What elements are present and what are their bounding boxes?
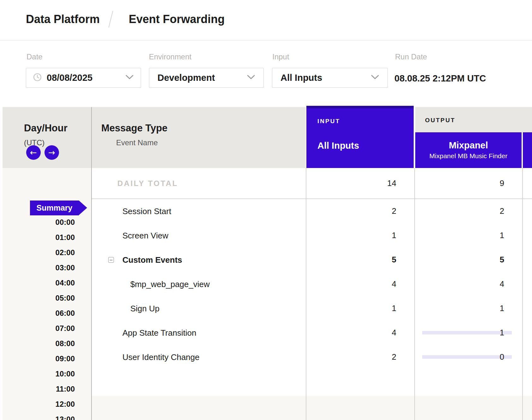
arrow-right-icon: →	[48, 148, 55, 157]
chevron-down-icon	[247, 75, 255, 81]
hour-item[interactable]: 02:00	[3, 245, 91, 260]
column-separator	[522, 168, 523, 420]
hour-item[interactable]: 09:00	[3, 351, 91, 366]
event-label: Session Start	[92, 207, 306, 216]
event-forwarding-screen: Data Platform Event Forwarding Date Envi…	[0, 0, 532, 420]
input-cell: 4	[306, 279, 415, 289]
output-cell: 1	[415, 231, 523, 240]
hour-item[interactable]: 05:00	[3, 291, 91, 306]
table-row: Screen View 1 1	[92, 223, 532, 248]
input-cell: 2	[306, 206, 415, 216]
hour-item[interactable]: 06:00	[3, 306, 91, 321]
run-date-label: Run Date	[395, 53, 427, 61]
collapse-expander-button[interactable]: −	[108, 257, 114, 263]
input-cell: 2	[306, 352, 415, 362]
arrow-left-icon: ←	[30, 148, 37, 157]
table-row-child: $mp_web_page_view 4 4	[92, 272, 532, 296]
daily-total-output-value: 9	[415, 178, 523, 188]
hour-rail: Summary 00:00 01:00 02:00 03:00 04:00 05…	[3, 168, 91, 420]
column-separator	[91, 107, 92, 420]
hour-item[interactable]: 04:00	[3, 275, 91, 291]
daily-total-label: DAILY TOTAL	[92, 179, 306, 188]
date-select[interactable]: 08/08/2025	[26, 68, 141, 88]
output-column-title: Mixpanel	[415, 140, 522, 150]
output-cell: 4	[415, 279, 523, 289]
event-label: − Custom Events	[92, 255, 306, 265]
page-title: Event Forwarding	[129, 13, 225, 26]
input-column-header[interactable]: INPUT All Inputs	[306, 106, 414, 168]
hour-item[interactable]: 03:00	[3, 260, 91, 275]
environment-value: Development	[157, 73, 215, 83]
input-column-accent-strip	[306, 106, 414, 108]
hour-item[interactable]: 08:00	[3, 336, 91, 351]
chevron-down-icon	[371, 75, 379, 81]
table-row-child: Sign Up 1 1	[92, 296, 532, 321]
highlighted-cell-background	[422, 355, 512, 359]
output-cell-highlighted: 0	[415, 352, 523, 362]
hour-item[interactable]: 00:00	[3, 215, 91, 230]
environment-select[interactable]: Development	[149, 68, 264, 88]
column-gap	[414, 107, 415, 168]
output-column-subtitle: Mixpanel MB Music Finder	[415, 152, 522, 160]
table-row: App State Transition 4 1	[92, 321, 532, 345]
previous-day-button[interactable]: ←	[26, 145, 41, 160]
topbar-divider	[0, 40, 532, 40]
day-hour-column-title: Day/Hour	[24, 123, 68, 133]
highlighted-cell-background	[422, 331, 512, 334]
event-label: Screen View	[92, 231, 306, 240]
hour-item[interactable]: 12:00	[3, 397, 91, 412]
hour-item[interactable]: 13:00	[3, 412, 91, 420]
table-row-custom-events: − Custom Events 5 5	[92, 248, 532, 272]
table-row: User Identity Change 2 0	[92, 345, 532, 369]
column-gap	[306, 107, 306, 168]
hour-list: 00:00 01:00 02:00 03:00 04:00 05:00 06:0…	[3, 215, 91, 420]
hour-item[interactable]: 10:00	[3, 366, 91, 381]
input-section-label: INPUT	[317, 118, 340, 125]
output-cell: 2	[415, 206, 523, 216]
input-value: All Inputs	[281, 73, 322, 83]
clock-icon	[33, 73, 42, 83]
daily-total-input-value: 14	[306, 178, 415, 188]
message-type-column-subtitle: Event Name	[116, 138, 158, 147]
table-row: Session Start 2 2	[92, 199, 532, 223]
input-cell: 1	[306, 303, 415, 313]
event-label: Sign Up	[92, 304, 306, 313]
output-section-label: OUTPUT	[425, 117, 455, 124]
breadcrumb-section[interactable]: Data Platform	[26, 13, 100, 26]
next-day-button[interactable]: →	[44, 145, 59, 160]
column-gap	[522, 132, 523, 168]
date-value: 08/08/2025	[47, 73, 92, 83]
output-cell-highlighted: 1	[415, 328, 523, 338]
column-separator	[306, 168, 306, 420]
summary-badge[interactable]: Summary	[30, 201, 79, 215]
output-cell: 1	[415, 303, 523, 313]
input-cell: 5	[306, 255, 415, 265]
message-type-column-title: Message Type	[101, 123, 168, 133]
output-cell: 5	[415, 255, 523, 265]
input-cell: 1	[306, 231, 415, 240]
column-separator	[414, 168, 415, 420]
hour-item[interactable]: 07:00	[3, 321, 91, 336]
input-column-title: All Inputs	[317, 141, 359, 151]
input-filter-label: Input	[272, 53, 289, 61]
output-column-header-mixpanel[interactable]: Mixpanel Mixpanel MB Music Finder	[415, 132, 522, 168]
event-label: User Identity Change	[92, 352, 306, 362]
environment-filter-label: Environment	[149, 53, 192, 61]
output-column-header-partial	[523, 132, 532, 168]
date-filter-label: Date	[27, 53, 43, 61]
daily-total-row: DAILY TOTAL 14 9	[92, 168, 532, 199]
table-body: DAILY TOTAL 14 9 Session Start 2 2 Scree…	[92, 168, 532, 369]
hour-item[interactable]: 11:00	[3, 381, 91, 397]
input-select[interactable]: All Inputs	[272, 68, 388, 88]
event-label: $mp_web_page_view	[92, 279, 306, 289]
event-label: App State Transition	[92, 328, 306, 338]
input-cell: 4	[306, 328, 415, 338]
hour-item[interactable]: 01:00	[3, 230, 91, 245]
chevron-down-icon	[125, 75, 134, 81]
breadcrumb-divider	[108, 11, 113, 28]
run-date-value: 08.08.25 2:12PM UTC	[394, 73, 486, 84]
